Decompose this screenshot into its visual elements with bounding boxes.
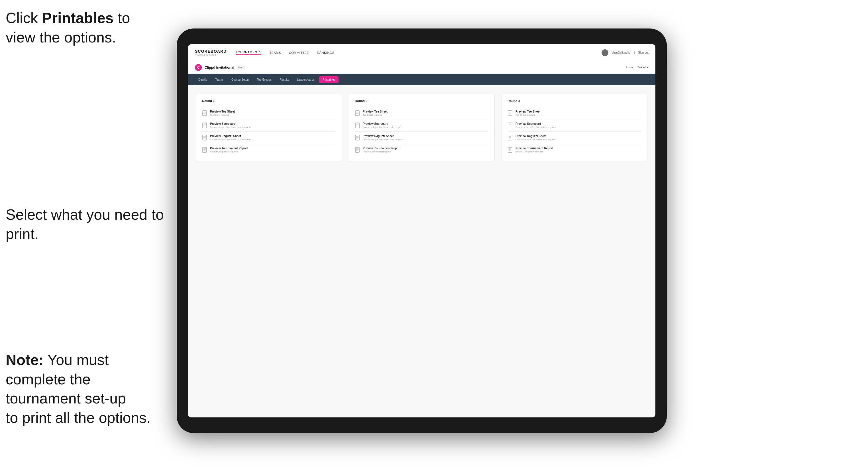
nav-committee[interactable]: COMMITTEE xyxy=(289,51,309,55)
r3-raguzzi-icon xyxy=(507,135,513,141)
separator: | xyxy=(634,51,635,54)
r1-tee-sheet[interactable]: Preview Tee Sheet Tee Sheet required xyxy=(202,107,336,119)
r1-tee-sheet-title: Preview Tee Sheet xyxy=(210,110,235,113)
r2-tournament-report-sub: Round Completion required xyxy=(363,150,401,153)
r1-tee-sheet-sub: Tee Sheet required xyxy=(210,114,235,116)
svg-rect-40 xyxy=(508,123,512,128)
tab-printables[interactable]: Printables xyxy=(319,76,339,83)
tab-results[interactable]: Results xyxy=(276,76,292,83)
r2-tournament-report-icon xyxy=(355,147,360,153)
r2-scorecard-title: Preview Scorecard xyxy=(363,122,403,125)
scoreboard-logo: SCOREBOARD Powered by clippd xyxy=(195,49,226,56)
r2-raguzzi-sub: Course setup + Tee Sheet data required xyxy=(363,138,403,141)
r3-tournament-report-title: Preview Tournament Report xyxy=(516,147,553,150)
r1-scorecard-title: Preview Scorecard xyxy=(210,122,250,125)
scorecard-icon xyxy=(202,123,207,128)
tournament-name: Clippd Invitational xyxy=(205,65,234,69)
svg-rect-44 xyxy=(508,135,512,140)
svg-rect-24 xyxy=(355,123,359,128)
tournament-bar-right: Hosting Cancel ✕ xyxy=(625,66,649,69)
r1-tee-sheet-text: Preview Tee Sheet Tee Sheet required xyxy=(210,110,235,116)
r1-tournament-report-text: Preview Tournament Report Round Completi… xyxy=(210,147,248,153)
r3-scorecard-text: Preview Scorecard Course setup + Tee She… xyxy=(516,122,556,128)
r3-raguzzi[interactable]: Preview Raguzzi Sheet Course setup + Tee… xyxy=(507,132,642,144)
r3-scorecard-icon xyxy=(507,123,513,128)
r3-raguzzi-sub: Course setup + Tee Sheet data required xyxy=(516,138,556,141)
tab-tee-groups[interactable]: Tee Groups xyxy=(253,76,275,83)
annotation-bottom: Note: You mustcomplete thetournament set… xyxy=(6,350,205,427)
r3-raguzzi-text: Preview Raguzzi Sheet Course setup + Tee… xyxy=(516,134,556,141)
r2-tournament-report-title: Preview Tournament Report xyxy=(363,147,401,150)
svg-rect-28 xyxy=(355,135,359,140)
r1-raguzzi-text: Preview Raguzzi Sheet Course setup + Tee… xyxy=(210,134,250,141)
svg-rect-8 xyxy=(203,123,207,128)
r2-tee-sheet[interactable]: Preview Tee Sheet Tee Sheet required xyxy=(355,107,489,119)
top-nav: SCOREBOARD Powered by clippd TOURNAMENTS… xyxy=(188,44,655,61)
tournament-logo-letter: C xyxy=(197,65,200,69)
r2-raguzzi-text: Preview Raguzzi Sheet Course setup + Tee… xyxy=(363,134,403,141)
r3-tee-sheet[interactable]: Preview Tee Sheet Tee Sheet required xyxy=(507,107,642,119)
r3-tournament-report-text: Preview Tournament Report Round Completi… xyxy=(516,147,553,153)
round-2-title: Round 2 xyxy=(355,99,489,102)
user-email: blair@clippd.io xyxy=(612,51,631,54)
r3-scorecard[interactable]: Preview Scorecard Course setup + Tee She… xyxy=(507,119,642,132)
r2-tee-sheet-sub: Tee Sheet required xyxy=(363,114,388,116)
svg-rect-16 xyxy=(203,147,207,152)
r3-tee-sheet-icon xyxy=(507,110,513,116)
svg-rect-36 xyxy=(508,111,512,116)
svg-rect-48 xyxy=(508,147,512,152)
sign-out-link[interactable]: Sign out xyxy=(638,51,649,54)
tablet-device: SCOREBOARD Powered by clippd TOURNAMENTS… xyxy=(177,29,667,433)
r3-tournament-report-icon xyxy=(507,147,513,153)
nav-rankings[interactable]: RANKINGS xyxy=(317,51,334,55)
r1-tournament-report[interactable]: Preview Tournament Report Round Completi… xyxy=(202,144,336,156)
tournament-bar: C Clippd Invitational Men Hosting Cancel… xyxy=(188,61,655,74)
r3-scorecard-title: Preview Scorecard xyxy=(516,122,556,125)
r3-tournament-report[interactable]: Preview Tournament Report Round Completi… xyxy=(507,144,642,156)
main-content: Round 1 Preview Tee Sheet Tee Sheet requ… xyxy=(188,85,655,417)
printables-bold: Printables xyxy=(42,10,114,26)
tab-course-setup[interactable]: Course Setup xyxy=(228,76,252,83)
cancel-button[interactable]: Cancel ✕ xyxy=(637,66,649,69)
r2-scorecard-icon xyxy=(355,123,360,128)
raguzzi-icon xyxy=(202,135,207,141)
r2-tournament-report-text: Preview Tournament Report Round Completi… xyxy=(363,147,401,153)
tournament-report-icon xyxy=(202,147,207,153)
user-avatar xyxy=(601,49,609,56)
r2-scorecard-text: Preview Scorecard Course setup + Tee She… xyxy=(363,122,403,128)
svg-rect-12 xyxy=(203,135,207,140)
top-nav-links: TOURNAMENTS TEAMS COMMITTEE RANKINGS xyxy=(236,51,601,55)
round-3-section: Round 3 Preview Tee Sheet Tee Sheet requ… xyxy=(501,93,647,162)
r1-tournament-report-sub: Round Completion required xyxy=(210,150,248,153)
scoreboard-sub: Powered by clippd xyxy=(195,54,226,56)
tab-details[interactable]: Details xyxy=(195,76,211,83)
rounds-grid: Round 1 Preview Tee Sheet Tee Sheet requ… xyxy=(196,93,647,162)
round-3-title: Round 3 xyxy=(507,99,642,102)
r2-scorecard[interactable]: Preview Scorecard Course setup + Tee She… xyxy=(355,119,489,132)
tournament-logo: C xyxy=(195,64,202,71)
r2-raguzzi-icon xyxy=(355,135,360,141)
scoreboard-title: SCOREBOARD xyxy=(195,49,226,54)
tab-leaderboards[interactable]: Leaderboards xyxy=(293,76,318,83)
r2-raguzzi-title: Preview Raguzzi Sheet xyxy=(363,134,403,137)
r3-raguzzi-title: Preview Raguzzi Sheet xyxy=(516,134,556,137)
r3-tournament-report-sub: Round Completion required xyxy=(516,150,553,153)
svg-rect-4 xyxy=(203,111,207,116)
r1-scorecard-text: Preview Scorecard Course setup + Tee She… xyxy=(210,122,250,128)
r2-raguzzi[interactable]: Preview Raguzzi Sheet Course setup + Tee… xyxy=(355,132,489,144)
r3-tee-sheet-text: Preview Tee Sheet Tee Sheet required xyxy=(516,110,540,116)
r2-scorecard-sub: Course setup + Tee Sheet data required xyxy=(363,126,403,128)
sub-nav: Details Teams Course Setup Tee Groups Re… xyxy=(188,74,655,85)
top-nav-right: blair@clippd.io | Sign out xyxy=(601,49,649,56)
r1-scorecard-sub: Course setup + Tee Sheet data required xyxy=(210,126,250,128)
nav-teams[interactable]: TEAMS xyxy=(269,51,281,55)
r2-tournament-report[interactable]: Preview Tournament Report Round Completi… xyxy=(355,144,489,156)
nav-tournaments[interactable]: TOURNAMENTS xyxy=(236,51,261,55)
r1-scorecard[interactable]: Preview Scorecard Course setup + Tee She… xyxy=(202,119,336,132)
tournament-badge: Men xyxy=(237,65,245,69)
r1-raguzzi[interactable]: Preview Raguzzi Sheet Course setup + Tee… xyxy=(202,132,336,144)
r2-tee-sheet-title: Preview Tee Sheet xyxy=(363,110,388,113)
tab-teams[interactable]: Teams xyxy=(212,76,227,83)
r2-tee-sheet-text: Preview Tee Sheet Tee Sheet required xyxy=(363,110,388,116)
r1-tournament-report-title: Preview Tournament Report xyxy=(210,147,248,150)
